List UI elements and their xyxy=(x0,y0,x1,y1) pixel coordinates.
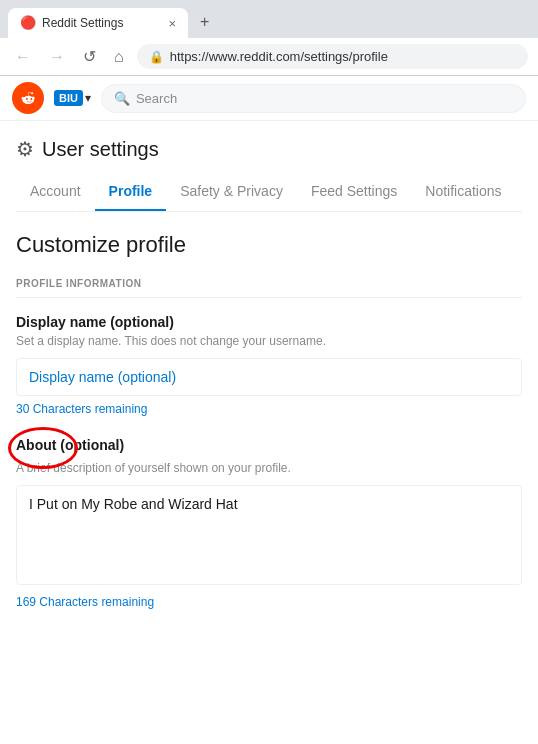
search-bar[interactable]: 🔍 Search xyxy=(101,84,526,113)
reddit-logo[interactable] xyxy=(12,82,44,114)
display-name-description: Set a display name. This does not change… xyxy=(16,334,522,348)
settings-heading: ⚙ User settings xyxy=(16,121,522,173)
search-icon: 🔍 xyxy=(114,91,130,106)
reddit-logo-icon xyxy=(18,88,38,108)
dropdown-arrow: ▾ xyxy=(85,91,91,105)
display-name-group: Display name (optional) Set a display na… xyxy=(16,314,522,416)
display-name-input[interactable] xyxy=(16,358,522,396)
profile-info-label: PROFILE INFORMATION xyxy=(16,278,522,298)
user-badge: BIU xyxy=(54,90,83,106)
browser-chrome: 🔴 Reddit Settings × + ← → ↺ ⌂ 🔒 https://… xyxy=(0,0,538,76)
url-text: https://www.reddit.com/settings/profile xyxy=(170,49,388,64)
about-textarea[interactable]: I Put on My Robe and Wizard Hat xyxy=(16,485,522,585)
tab-profile[interactable]: Profile xyxy=(95,173,167,211)
user-menu-dropdown[interactable]: BIU ▾ xyxy=(54,90,91,106)
forward-button[interactable]: → xyxy=(44,46,70,68)
page-title: Customize profile xyxy=(16,232,522,258)
tab-notifications[interactable]: Notifications xyxy=(411,173,515,211)
lock-icon: 🔒 xyxy=(149,50,164,64)
settings-tabs: Account Profile Safety & Privacy Feed Se… xyxy=(16,173,522,212)
new-tab-button[interactable]: + xyxy=(190,6,219,38)
about-char-count: 169 Characters remaining xyxy=(16,595,522,609)
back-button[interactable]: ← xyxy=(10,46,36,68)
about-label: About (optional) xyxy=(16,437,124,453)
about-description: A brief description of yourself shown on… xyxy=(16,461,522,475)
tab-favicon: 🔴 xyxy=(20,15,36,31)
tab-bar: 🔴 Reddit Settings × + xyxy=(0,0,538,38)
tab-account[interactable]: Account xyxy=(16,173,95,211)
display-name-char-count: 30 Characters remaining xyxy=(16,402,522,416)
home-button[interactable]: ⌂ xyxy=(109,46,129,68)
search-placeholder: Search xyxy=(136,91,177,106)
settings-title: User settings xyxy=(42,138,159,161)
tab-title: Reddit Settings xyxy=(42,16,156,30)
address-bar: ← → ↺ ⌂ 🔒 https://www.reddit.com/setting… xyxy=(0,38,538,76)
page-content: ⚙ User settings Account Profile Safety &… xyxy=(0,121,538,629)
display-name-label: Display name (optional) xyxy=(16,314,522,330)
main-content: Customize profile PROFILE INFORMATION Di… xyxy=(16,212,522,629)
url-bar[interactable]: 🔒 https://www.reddit.com/settings/profil… xyxy=(137,44,528,69)
tab-safety-privacy[interactable]: Safety & Privacy xyxy=(166,173,297,211)
gear-icon: ⚙ xyxy=(16,137,34,161)
tab-feed-settings[interactable]: Feed Settings xyxy=(297,173,411,211)
tab-close-button[interactable]: × xyxy=(168,16,176,31)
active-tab[interactable]: 🔴 Reddit Settings × xyxy=(8,8,188,38)
about-section: About (optional) A brief description of … xyxy=(16,436,522,609)
reddit-header: BIU ▾ 🔍 Search xyxy=(0,76,538,121)
refresh-button[interactable]: ↺ xyxy=(78,45,101,68)
